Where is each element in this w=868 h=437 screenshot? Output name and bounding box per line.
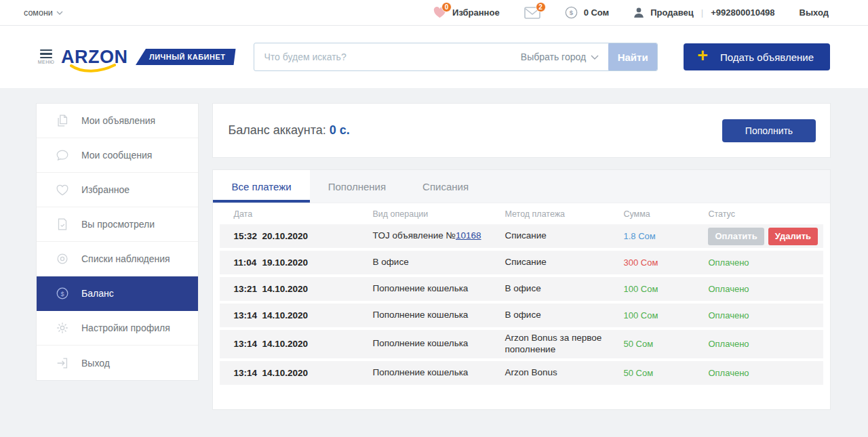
table-header-cell: Вид операции — [372, 209, 505, 219]
cell-operation: В офисе — [372, 257, 505, 268]
payments-table: ДатаВид операцииМетод платежаСуммаСтатус… — [213, 203, 830, 385]
cell-method: Arzon Bonus — [505, 367, 623, 379]
sidebar-item[interactable]: $Баланс — [37, 276, 198, 311]
payments-tab[interactable]: Все платежи — [213, 170, 309, 203]
status-label: Оплачено — [708, 257, 818, 268]
sidebar-item[interactable]: Избранное — [37, 173, 198, 207]
viewed-icon — [55, 217, 70, 232]
payments-tabs: Все платежиПополненияСписания — [213, 170, 830, 203]
cell-date: 14.10.2020 — [262, 310, 372, 320]
cell-sum: 100 Сом — [623, 310, 708, 320]
logo[interactable]: ARZON — [61, 47, 132, 68]
svg-text:$: $ — [569, 9, 573, 16]
cell-time: 13:14 — [233, 310, 262, 320]
currency-label: сомони — [24, 8, 53, 18]
content: Мои объявленияМои сообщенияИзбранноеВы п… — [0, 88, 868, 410]
user-role: Продавец — [650, 7, 694, 18]
topbar-logout[interactable]: Выход — [800, 7, 829, 18]
cell-time: 13:14 — [233, 339, 262, 349]
cell-date: 19.10.2020 — [262, 257, 372, 268]
messages-badge: 2 — [536, 2, 546, 12]
sidebar-item[interactable]: Выход — [37, 346, 198, 380]
cell-sum: 1.8 Сом — [623, 231, 708, 241]
search-input[interactable] — [254, 51, 521, 62]
topbar-messages[interactable]: 2 — [524, 7, 540, 19]
cell-sum: 300 Сом — [623, 257, 708, 268]
dollar-icon: $ — [565, 6, 578, 19]
user-icon — [633, 7, 644, 18]
chevron-down-icon — [56, 11, 63, 15]
sidebar-item-label: Выход — [81, 358, 110, 369]
logout-icon — [55, 356, 70, 371]
sidebar-item[interactable]: Вы просмотрели — [37, 207, 198, 242]
cell-operation: Пополнение кошелька — [372, 283, 505, 295]
search-button[interactable]: Найти — [608, 43, 657, 71]
topup-button[interactable]: Пополнить — [722, 119, 816, 142]
sidebar-item[interactable]: Мои сообщения — [37, 138, 198, 173]
favorites-badge: 0 — [441, 2, 452, 12]
sidebar-item-label: Избранное — [81, 184, 130, 195]
post-ad-button[interactable]: + Подать объявление — [684, 43, 830, 70]
cell-time: 15:32 — [233, 231, 262, 241]
separator: | — [701, 7, 703, 18]
sidebar-item-label: Настройки профиля — [81, 322, 170, 333]
cell-operation: Пополнение кошелька — [372, 338, 505, 350]
table-row: 13:2114.10.2020Пополнение кошелькаВ офис… — [220, 277, 823, 301]
cell-method: В офисе — [505, 283, 623, 295]
ad-number-link[interactable]: 10168 — [456, 230, 481, 241]
cabinet-badge: ЛИЧНЫЙ КАБИНЕТ — [136, 49, 236, 65]
cell-sum: 50 Сом — [623, 339, 708, 349]
row-actions: ОплатитьУдалить — [708, 228, 818, 245]
topbar-favorites[interactable]: 0 Избранное — [433, 7, 500, 18]
status-label: Оплачено — [708, 368, 818, 378]
balance-value: 0 с. — [330, 123, 350, 137]
payments-tab[interactable]: Пополнения — [310, 170, 404, 203]
delete-button[interactable]: Удалить — [768, 228, 818, 245]
table-row: 11:0419.10.2020В офисеСписание300 СомОпл… — [220, 251, 823, 274]
cell-time: 11:04 — [233, 257, 262, 268]
payments-tab[interactable]: Списания — [404, 170, 487, 203]
sidebar-item-label: Баланс — [81, 288, 114, 299]
table-header-cell: Дата — [233, 209, 372, 219]
cell-sum: 50 Сом — [623, 368, 708, 378]
topbar-balance[interactable]: $ 0 Сом — [565, 6, 610, 19]
cell-date: 20.10.2020 — [262, 231, 372, 241]
sidebar-item[interactable]: Списки наблюдения — [37, 242, 198, 276]
cell-time: 13:14 — [233, 368, 262, 378]
pay-button[interactable]: Оплатить — [708, 228, 764, 245]
cell-operation: Пополнение кошелька — [372, 367, 505, 379]
hamburger-icon — [40, 49, 52, 59]
cell-method: Списание — [505, 230, 623, 242]
sidebar: Мои объявленияМои сообщенияИзбранноеВы п… — [36, 103, 199, 381]
sidebar-item-label: Списки наблюдения — [81, 253, 170, 264]
table-row: 15:3220.10.2020TOJ объявление №10168Спис… — [220, 224, 823, 248]
topbar: сомони 0 Избранное 2 $ 0 Сом — [0, 0, 868, 26]
table-row: 13:1414.10.2020Пополнение кошелькаВ офис… — [220, 304, 823, 327]
topbar-user[interactable]: Продавец | +992800010498 — [633, 7, 774, 18]
sidebar-item-label: Вы просмотрели — [81, 219, 155, 230]
payments-card: Все платежиПополненияСписания ДатаВид оп… — [212, 169, 831, 410]
status-label: Оплачено — [708, 284, 818, 294]
plus-icon: + — [697, 47, 708, 65]
sidebar-item[interactable]: Мои объявления — [37, 104, 198, 138]
menu-label: меню — [38, 60, 55, 64]
menu-button[interactable]: меню — [37, 49, 55, 65]
table-header-cell: Статус — [708, 209, 823, 219]
heart-icon — [55, 182, 70, 197]
table-row: 13:1414.10.2020Пополнение кошелькаArzon … — [220, 361, 823, 385]
table-header: ДатаВид операцииМетод платежаСуммаСтатус — [220, 203, 823, 224]
sidebar-item[interactable]: Настройки профиля — [37, 311, 198, 346]
cell-sum: 100 Сом — [623, 284, 708, 294]
balance-card: Баланс аккаунта:0 с. Пополнить — [212, 103, 831, 158]
cell-date: 14.10.2020 — [262, 368, 372, 378]
currency-selector[interactable]: сомони — [24, 8, 63, 18]
cell-method: Списание — [505, 257, 623, 268]
cell-time: 13:21 — [233, 284, 262, 294]
watchlist-icon — [55, 251, 70, 266]
cell-operation: TOJ объявление №10168 — [372, 230, 505, 242]
sidebar-item-label: Мои сообщения — [81, 150, 152, 161]
city-select[interactable]: Выбрать город — [521, 51, 608, 62]
main-column: Баланс аккаунта:0 с. Пополнить Все плате… — [212, 103, 831, 410]
city-select-label: Выбрать город — [521, 51, 586, 62]
topbar-balance-value: 0 Сом — [584, 7, 610, 18]
